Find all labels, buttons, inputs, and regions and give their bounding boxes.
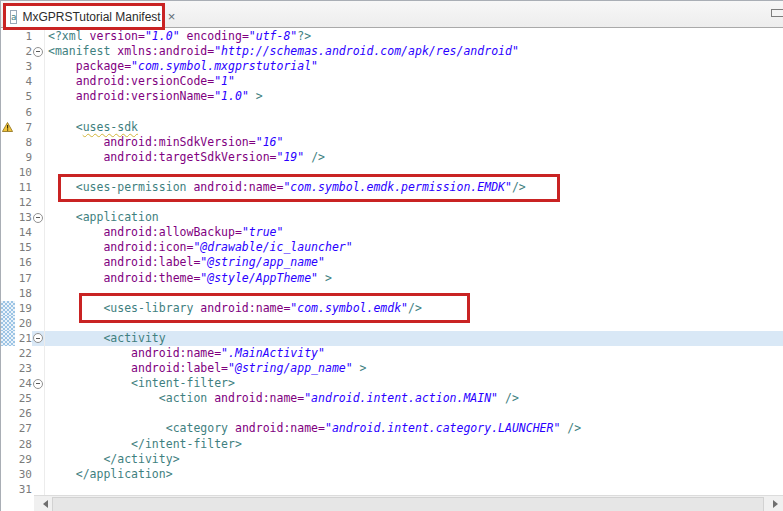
scroll-left-arrow-icon[interactable]: [43, 500, 48, 508]
minimize-view-icon[interactable]: [771, 9, 783, 17]
code-line: 6: [1, 104, 783, 119]
code-line: 25 <action android:name="android.intent.…: [1, 391, 783, 406]
code-text[interactable]: <category android:name="android.intent.c…: [45, 421, 783, 436]
line-number: 30: [15, 468, 32, 481]
annotation-gutter: [1, 482, 15, 495]
code-text[interactable]: android:theme="@style/AppTheme" >: [45, 271, 783, 286]
annotation-gutter: [1, 240, 15, 255]
annotation-gutter: [1, 29, 15, 44]
tab-mxgprstutorial-manifest[interactable]: a MxGPRSTutorial Manifest ×: [4, 4, 163, 28]
scrollbar-thumb[interactable]: [52, 497, 764, 511]
fold-gutter: [32, 376, 45, 391]
horizontal-scrollbar[interactable]: [34, 495, 783, 511]
code-text[interactable]: <application: [45, 210, 783, 225]
fold-gutter: [32, 331, 45, 346]
fold-gutter: [32, 29, 45, 44]
code-text[interactable]: android:label="@string/app_name" >: [45, 361, 783, 376]
fold-collapse-icon[interactable]: [33, 333, 43, 343]
code-text[interactable]: <?xml version="1.0" encoding="utf-8"?>: [45, 29, 783, 44]
code-line: 10: [1, 165, 783, 180]
line-number: 16: [15, 256, 32, 269]
manifest-editor-window: a MxGPRSTutorial Manifest × 1<?xml versi…: [0, 0, 783, 511]
annotation-gutter: [1, 452, 15, 467]
line-number: 6: [15, 106, 32, 119]
quick-diff-changed-marker: [1, 331, 15, 346]
annotation-gutter: [1, 150, 15, 165]
code-text[interactable]: android:allowBackup="true": [45, 225, 783, 240]
fold-gutter: [32, 210, 45, 225]
code-text[interactable]: android:versionName="1.0" >: [45, 89, 783, 104]
code-text[interactable]: <manifest xmlns:android="http://schemas.…: [45, 44, 783, 59]
fold-gutter: [32, 421, 45, 436]
scroll-right-arrow-icon[interactable]: [773, 500, 778, 508]
code-text[interactable]: <activity: [45, 331, 783, 346]
line-number: 18: [15, 287, 32, 300]
fold-gutter: [32, 89, 45, 104]
code-lines-container: 1<?xml version="1.0" encoding="utf-8"?>2…: [1, 28, 783, 495]
line-number: 4: [15, 75, 32, 88]
fold-gutter: [32, 195, 45, 210]
code-text[interactable]: </application>: [45, 467, 783, 482]
fold-collapse-icon[interactable]: [33, 213, 43, 223]
annotation-gutter: [1, 271, 15, 286]
code-line: 5 android:versionName="1.0" >: [1, 89, 783, 104]
line-number: 3: [15, 60, 32, 73]
code-text[interactable]: [45, 286, 783, 301]
code-text[interactable]: android:targetSdkVersion="19" />: [45, 150, 783, 165]
code-line: 31: [1, 482, 783, 495]
fold-collapse-icon[interactable]: [33, 379, 43, 389]
code-text[interactable]: [45, 482, 783, 495]
code-text[interactable]: [45, 165, 783, 180]
line-number: 31: [15, 483, 32, 495]
annotation-gutter: [1, 104, 15, 119]
code-text[interactable]: android:label="@string/app_name": [45, 255, 783, 270]
code-line: 18: [1, 286, 783, 301]
code-text[interactable]: [45, 104, 783, 119]
code-text[interactable]: [45, 406, 783, 421]
code-line: 11 <uses-permission android:name="com.sy…: [1, 180, 783, 195]
annotation-gutter: [1, 225, 15, 240]
code-text[interactable]: android:name=".MainActivity": [45, 346, 783, 361]
annotation-gutter: [1, 120, 15, 135]
line-number: 20: [15, 317, 32, 330]
code-line: 22 android:name=".MainActivity": [1, 346, 783, 361]
line-number: 1: [15, 30, 32, 43]
code-text[interactable]: android:minSdkVersion="16": [45, 135, 783, 150]
code-line: 16 android:label="@string/app_name": [1, 255, 783, 270]
fold-collapse-icon[interactable]: [33, 47, 43, 57]
code-text[interactable]: <intent-filter>: [45, 376, 783, 391]
line-number: 5: [15, 90, 32, 103]
line-number: 12: [15, 196, 32, 209]
xml-source-editor[interactable]: 1<?xml version="1.0" encoding="utf-8"?>2…: [1, 28, 783, 495]
fold-gutter: [32, 74, 45, 89]
code-line: 15 android:icon="@drawable/ic_launcher": [1, 240, 783, 255]
code-text[interactable]: </intent-filter>: [45, 437, 783, 452]
close-tab-icon[interactable]: ×: [168, 10, 176, 23]
code-text[interactable]: [45, 316, 783, 331]
line-number: 8: [15, 136, 32, 149]
warning-icon[interactable]: [2, 122, 13, 132]
code-text[interactable]: </activity>: [45, 452, 783, 467]
line-number: 2: [15, 45, 32, 58]
code-line: 27 <category android:name="android.inten…: [1, 421, 783, 436]
code-text[interactable]: <uses-sdk: [45, 120, 783, 135]
line-number: 15: [15, 241, 32, 254]
quick-diff-changed-marker: [1, 316, 15, 331]
line-number: 29: [15, 453, 32, 466]
code-line: 3 package="com.symbol.mxgprstutorial": [1, 59, 783, 74]
code-text[interactable]: <action android:name="android.intent.act…: [45, 391, 783, 406]
annotation-gutter: [1, 376, 15, 391]
annotation-gutter: [1, 406, 15, 421]
code-text[interactable]: package="com.symbol.mxgprstutorial": [45, 59, 783, 74]
fold-gutter: [32, 120, 45, 135]
fold-gutter: [32, 467, 45, 482]
code-text[interactable]: [45, 195, 783, 210]
code-line: 1<?xml version="1.0" encoding="utf-8"?>: [1, 29, 783, 44]
code-text[interactable]: android:icon="@drawable/ic_launcher": [45, 240, 783, 255]
code-line: 30 </application>: [1, 467, 783, 482]
line-number: 7: [15, 121, 32, 134]
annotation-gutter: [1, 437, 15, 452]
code-text[interactable]: <uses-permission android:name="com.symbo…: [45, 180, 783, 195]
code-text[interactable]: <uses-library android:name="com.symbol.e…: [45, 301, 783, 316]
code-text[interactable]: android:versionCode="1": [45, 74, 783, 89]
